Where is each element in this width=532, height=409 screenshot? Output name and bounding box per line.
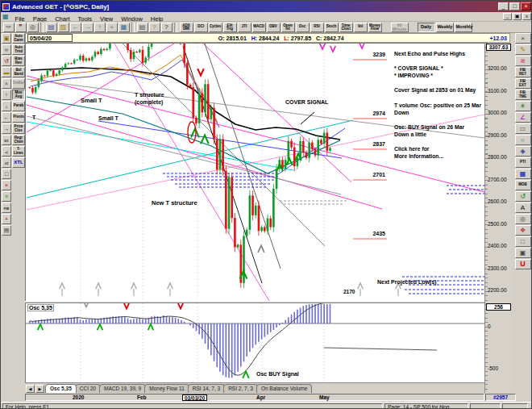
left-reset-icon[interactable]: ↺ — [2, 56, 11, 66]
right-select-tool-icon[interactable]: □ — [515, 236, 531, 247]
toolbar-layout-icon[interactable]: ▦ — [118, 23, 130, 32]
right-resize-tool-icon[interactable]: × — [515, 33, 531, 44]
tab-scroll-right[interactable]: ▶ — [35, 385, 44, 393]
right-diamond-tool-icon[interactable]: ◈ — [515, 146, 531, 157]
left-plus-icon[interactable]: + — [2, 214, 11, 224]
right-palette-tool-icon[interactable]: ❖ — [515, 225, 531, 236]
study-ellt-trig[interactable]: Ellt Trig — [223, 23, 237, 32]
tab-scroll-left[interactable]: ◀ — [26, 385, 35, 393]
right-ellipse-tool-icon[interactable]: ○ — [515, 135, 531, 145]
left-study-auto-trnd[interactable]: Auto Trnd — [12, 44, 25, 55]
right-gann-tool-icon[interactable]: ✳ — [515, 101, 531, 111]
study-time-clust[interactable]: Time Clust — [339, 23, 353, 32]
left-study-icon[interactable]: ▬ — [2, 67, 11, 77]
left-erase-icon[interactable]: × — [2, 78, 11, 89]
right-fib-retracement-tool[interactable]: FIB RET — [515, 67, 531, 77]
toolbar-pin-icon[interactable]: ✑ — [3, 23, 15, 32]
study-macd[interactable]: MACD — [252, 23, 266, 32]
mdi-minimize-button[interactable]: _ — [503, 13, 512, 20]
tab-money-flow-11[interactable]: Money Flow 11 — [144, 384, 189, 393]
study-osc[interactable]: Osc — [296, 23, 310, 32]
left-study-bol-band[interactable]: Bol Band — [12, 67, 25, 77]
toolbar-help-icon[interactable]: ? — [149, 23, 160, 32]
toolbar-up-icon[interactable]: ↑ — [94, 23, 106, 32]
study-open-int[interactable]: Open Int — [281, 23, 295, 32]
right-text-tool-icon[interactable]: A — [515, 202, 531, 213]
left-study-bias-rev[interactable]: Bias Rev — [12, 56, 25, 66]
right-copy-tool-icon[interactable]: ▣ — [515, 248, 531, 258]
oscillator-panel[interactable]: Osc 5,35 Osc BUY Signal — [25, 303, 484, 382]
left-scroll-right-icon[interactable]: → — [2, 123, 11, 134]
right-pti-tool[interactable]: PTI — [515, 157, 531, 168]
right-pencil-tool-icon[interactable]: ✎ — [515, 44, 531, 55]
left-fib-icon[interactable]: FIB — [2, 202, 11, 213]
left-study-xtl[interactable]: XTL — [12, 157, 25, 168]
toolbar-forward-icon[interactable]: → — [82, 23, 94, 32]
tab-rsi-14-7-3[interactable]: RSI 14, 7, 3 — [188, 384, 225, 393]
toolbar-context-help-icon[interactable]: ? — [161, 23, 172, 32]
left-study-demark[interactable]: DeMark — [12, 78, 25, 89]
tab-cci-20[interactable]: CCI 20 — [75, 384, 101, 393]
left-colors-icon[interactable]: ≡ — [2, 191, 11, 202]
left-study-regr-chan[interactable]: Regr Chan — [12, 135, 25, 145]
left-scroll-left-icon[interactable]: ← — [2, 112, 11, 123]
right-fib-extension-tool[interactable]: FIB EXT — [515, 78, 531, 89]
left-scale-icon[interactable]: #Z — [2, 157, 11, 168]
left-snapshot-icon[interactable]: ▤ — [2, 225, 11, 236]
study-stoch[interactable]: Stoch — [325, 23, 339, 32]
toolbar-print-icon[interactable]: ▤ — [137, 23, 148, 32]
study-rsi[interactable]: RSI — [310, 23, 324, 32]
date-box[interactable]: 05/04/20 — [27, 34, 73, 42]
left-scroll-down-icon[interactable]: ↓ — [2, 101, 11, 111]
right-grid-tool-icon[interactable]: ▦ — [515, 169, 531, 179]
toolbar-open-icon[interactable]: ▨ — [58, 23, 69, 32]
study-adx-dmi[interactable]: ADX DMI — [180, 23, 193, 32]
right-refresh-tool-icon[interactable]: ↺ — [515, 191, 531, 202]
toolbar-quote-icon[interactable]: ❞ — [15, 23, 27, 32]
right-fan-tool-icon[interactable]: ∠ — [515, 112, 531, 123]
left-ratio-icon[interactable]: 9/1 — [2, 135, 11, 145]
tab-macd-19-39-9[interactable]: MACD 19, 39, 9 — [99, 384, 146, 393]
left-study-auto-gann[interactable]: Auto Gann — [12, 33, 25, 44]
mdi-close-button[interactable]: x — [522, 13, 531, 20]
toolbar-delete-icon[interactable]: × — [106, 23, 118, 32]
left-box-icon[interactable]: □ — [2, 169, 11, 179]
toolbar-search-icon[interactable]: ◎ — [27, 23, 39, 32]
tab-on-balance-volume[interactable]: On Balance Volume — [256, 384, 312, 393]
timeframe-daily[interactable]: Daily — [418, 23, 435, 32]
left-lines-icon[interactable]: × — [2, 180, 11, 190]
timeframe-weekly[interactable]: Weekly — [436, 23, 454, 32]
tab-osc-5-35[interactable]: Osc 5,35 — [45, 384, 77, 393]
price-axis[interactable]: 3307.63 256 3200.003100.003000.002900.00… — [484, 43, 511, 393]
right-zoom-tool-icon[interactable]: ◎ — [515, 214, 531, 224]
left-study-price-clus[interactable]: Price Clus — [12, 123, 25, 134]
left-study-mov-avg[interactable]: Mov Avg — [12, 90, 25, 100]
study-money-flow[interactable]: Money Flow — [368, 23, 382, 32]
right-fib-time-tool[interactable]: FIB TME — [515, 90, 531, 100]
right-rectangle-tool-icon[interactable]: ▭ — [515, 123, 531, 134]
study-jti[interactable]: JTI — [238, 23, 251, 32]
left-scroll-up-icon[interactable]: ↑ — [2, 90, 11, 100]
left-compress-icon[interactable]: +| — [2, 146, 11, 157]
mdi-restore-button[interactable]: ▣ — [513, 13, 522, 20]
right-underline-tool[interactable]: U — [515, 259, 531, 269]
toolbar-new-chart-icon[interactable]: ▤ — [46, 23, 57, 32]
chart-notes[interactable]: Next Echo and Pulse Highs * COVER SIGNAL… — [394, 50, 484, 160]
left-briefcase-icon[interactable]: ▣ — [2, 33, 11, 44]
study-vol[interactable]: Vol — [354, 23, 368, 32]
toolbar-back-icon[interactable]: ← — [70, 23, 81, 32]
time-label-03-03-20[interactable]: 03/03/20 — [182, 394, 207, 401]
main-chart[interactable]: TSmall TT structure(complete)Small TNew … — [25, 43, 484, 301]
right-trendlines-tool-icon[interactable]: ≋ — [515, 56, 531, 66]
left-glasses-icon[interactable]: ∞ — [2, 44, 11, 55]
left-study-pivots[interactable]: Pivots — [12, 112, 25, 123]
tab-rsi-2-7-3[interactable]: RSI 2, 7, 3 — [223, 384, 258, 393]
right-mob-tool[interactable]: MOB — [515, 180, 531, 190]
timeframe-monthly[interactable]: Monthly — [455, 23, 472, 32]
study-oci[interactable]: OCI — [194, 23, 208, 32]
minimize-button[interactable]: _ — [498, 2, 509, 10]
study-cycles[interactable]: Cycles — [209, 23, 222, 32]
study-obv[interactable]: OBV — [267, 23, 281, 32]
left-study-parab[interactable]: Parab — [12, 101, 25, 111]
left-study-t-lines[interactable]: T- Lines — [12, 146, 25, 157]
